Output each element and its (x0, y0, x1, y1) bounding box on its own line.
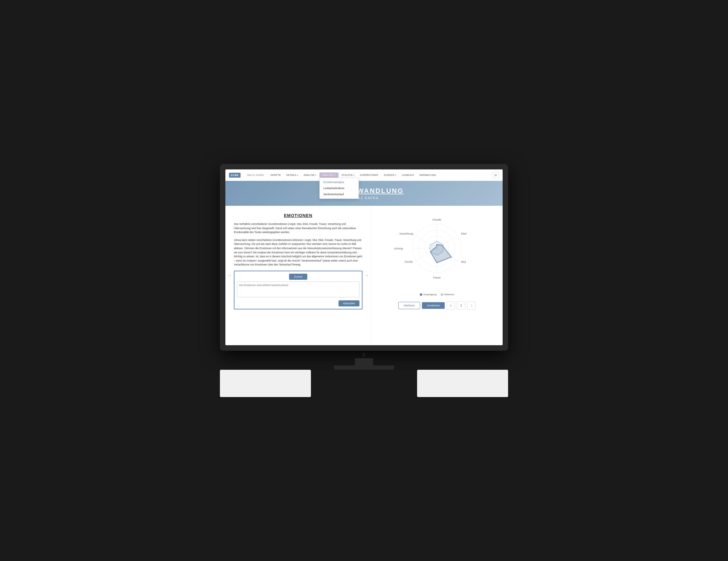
share-button[interactable]: ⇧ (457, 301, 465, 310)
svg-text:Freude: Freude (433, 218, 441, 221)
analyseplus-dropdown: Emotionsanalyse Lesbarkeitindizes Sentim… (319, 178, 359, 199)
action-buttons: Ablehnen Annehmen ☆ ⇧ ⋮ (398, 301, 476, 310)
stand-neck (355, 358, 373, 365)
page-title: DIE VERWANDLUNG (231, 187, 497, 195)
paragraph-2: Alinea kann sieben verschiedene Grundemo… (234, 238, 362, 267)
chevron-down-icon: ▾ (315, 174, 316, 176)
radar-chart: Freude Ekel Wut Trauer Furcht Überraschu… (394, 212, 479, 290)
nav-details[interactable]: DETAILS ▾ (284, 173, 301, 178)
svg-text:Verachtung: Verachtung (399, 232, 413, 235)
ablehnen-button[interactable]: Ablehnen (398, 302, 420, 309)
desk-left (220, 370, 311, 397)
radar-svg: Freude Ekel Wut Trauer Furcht Überraschu… (394, 212, 479, 290)
logo[interactable]: SCBK (229, 173, 241, 178)
prev-arrow[interactable]: ← (227, 273, 232, 278)
svg-text:Furcht: Furcht (405, 260, 413, 264)
nav-analyseplus-wrapper: ANALYSE+ ▾ Emotionsanalyse Lesbarkeitind… (319, 173, 339, 178)
chevron-down-icon: ▾ (395, 174, 396, 176)
apple-logo:  (363, 352, 365, 358)
monitor-stand:  (220, 351, 508, 370)
nav-greeting: HALLO JONAS (245, 173, 266, 178)
dropdown-emotionsanalyse[interactable]: Emotionsanalyse (320, 179, 359, 185)
section-title: EMOTIONEN (234, 213, 362, 218)
logo-text: SCBK (229, 173, 241, 178)
annehmen-button[interactable]: Annehmen (422, 302, 445, 309)
menu-icon: ⊟ (494, 174, 497, 177)
nav-skripte[interactable]: SKRIPTE (268, 173, 283, 178)
main-content: ← EMOTIONEN Das Verhältnis verschiedener… (225, 206, 503, 345)
nav-analyse[interactable]: ANALYSE ▾ (301, 173, 319, 178)
navbar: SCBK HALLO JONAS SKRIPTE DETAILS ▾ ANALY… (225, 170, 503, 181)
star-icon: ☆ (449, 304, 452, 307)
nav-extra-button[interactable]: ⊟ (492, 172, 499, 179)
auspraegung-dot (420, 293, 422, 296)
stand-base (334, 365, 394, 370)
dropdown-sentimentverlauf[interactable]: Sentimentverlauf (320, 191, 359, 197)
desk-surface (220, 370, 508, 397)
nav-logbuch[interactable]: LOGBUCH (399, 173, 416, 178)
auspraegung-label: Ausprägung (423, 293, 436, 296)
nav-science[interactable]: SCIENCE ▾ (381, 173, 399, 178)
svg-text:Wut: Wut (461, 260, 466, 264)
referenz-label: Referenz (444, 293, 454, 296)
left-panel: ← EMOTIONEN Das Verhältnis verschiedener… (225, 206, 371, 345)
referenz-dot (441, 293, 443, 296)
feedback-section: Zurück Absenden (234, 271, 362, 309)
back-button[interactable]: Zurück (289, 274, 307, 280)
radar-legend: Ausprägung Referenz (420, 293, 454, 296)
right-panel: Freude Ekel Wut Trauer Furcht Überraschu… (371, 206, 503, 345)
next-arrow[interactable]: → (364, 273, 369, 278)
chevron-down-icon: ▾ (353, 174, 355, 176)
more-button[interactable]: ⋮ (467, 301, 476, 310)
page-header: DIE VERWANDLUNG FRANZ KAFKA (225, 181, 503, 206)
share-icon: ⇧ (460, 304, 463, 307)
page-subtitle: FRANZ KAFKA (231, 196, 497, 200)
more-icon: ⋮ (470, 304, 473, 307)
desk-right (417, 370, 508, 397)
nav-items: HALLO JONAS SKRIPTE DETAILS ▾ ANALYSE ▾ … (245, 173, 492, 178)
svg-text:Trauer: Trauer (433, 276, 441, 279)
dropdown-lesbarkeitindizes[interactable]: Lesbarkeitindizes (320, 185, 359, 191)
svg-text:Ekel: Ekel (461, 232, 467, 235)
paragraph-1: Das Verhältnis verschiedener Grundemotio… (234, 222, 362, 235)
nav-analyseplus[interactable]: ANALYSE+ ▾ (319, 173, 339, 178)
nav-verwaltung[interactable]: VERWALTUNG (417, 173, 438, 178)
legend-referenz: Referenz (441, 293, 454, 296)
svg-text:Überraschung: Überraschung (394, 247, 403, 250)
nav-stilistik[interactable]: STILISTIK ▾ (339, 173, 357, 178)
feedback-textarea[interactable] (237, 281, 359, 297)
send-button[interactable]: Absenden (339, 300, 359, 306)
legend-auspraegung: Ausprägung (420, 293, 436, 296)
chevron-down-icon: ▾ (335, 174, 336, 176)
star-button[interactable]: ☆ (447, 301, 455, 310)
chevron-down-icon: ▾ (297, 174, 298, 176)
nav-korrektorat[interactable]: KORREKTORAT (358, 173, 381, 178)
